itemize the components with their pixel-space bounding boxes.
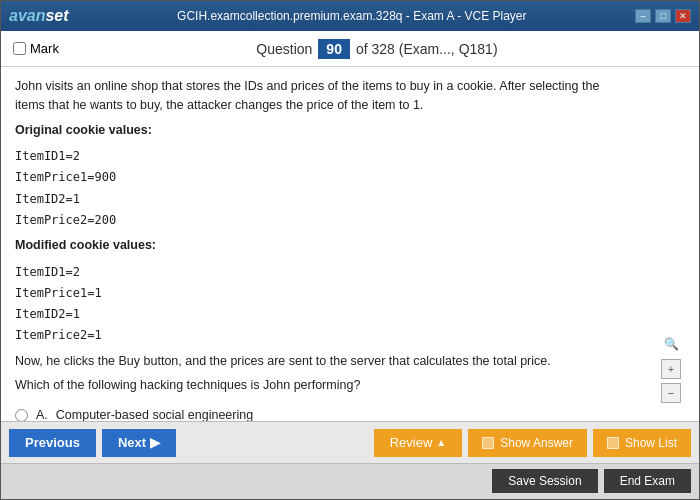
question-header: Mark Question 90 of 328 (Exam..., Q181) (1, 31, 699, 67)
next-label: Next (118, 435, 146, 450)
zoom-out-button[interactable]: − (661, 383, 681, 403)
original-val-3: ItemID2=1 (15, 190, 627, 209)
side-toolbar: 🔍 + − (657, 77, 685, 411)
review-triangle-icon: ▲ (436, 437, 446, 448)
original-val-1: ItemID1=2 (15, 147, 627, 166)
original-val-4: ItemPrice2=200 (15, 211, 627, 230)
modified-val-4: ItemPrice2=1 (15, 326, 627, 345)
follow-up-text: Now, he clicks the Buy button, and the p… (15, 352, 627, 371)
search-icon[interactable]: 🔍 (664, 337, 679, 351)
question-text: Which of the following hacking technique… (15, 376, 627, 395)
modified-val-3: ItemID2=1 (15, 305, 627, 324)
app-logo: avanset (9, 7, 69, 25)
answer-a-letter: A. (36, 408, 48, 421)
window-title: GCIH.examcollection.premium.exam.328q - … (69, 9, 635, 23)
answer-a[interactable]: A. Computer-based social engineering (15, 405, 627, 421)
show-list-button[interactable]: Show List (593, 429, 691, 457)
review-label: Review (390, 435, 433, 450)
title-bar: avanset GCIH.examcollection.premium.exam… (1, 1, 699, 31)
question-number: 90 (318, 39, 350, 59)
show-answer-icon (482, 437, 494, 449)
original-values-section: Original cookie values: ItemID1=2 ItemPr… (15, 121, 627, 231)
mark-area[interactable]: Mark (13, 41, 59, 56)
review-button[interactable]: Review ▲ (374, 429, 463, 457)
modified-val-2: ItemPrice1=1 (15, 284, 627, 303)
show-list-icon (607, 437, 619, 449)
previous-button[interactable]: Previous (9, 429, 96, 457)
bottom-toolbar: Previous Next ▶ Review ▲ Show Answer Sho… (1, 421, 699, 463)
modified-label: Modified cookie values: (15, 236, 627, 255)
original-val-2: ItemPrice1=900 (15, 168, 627, 187)
bottom-bar2: Save Session End Exam (1, 463, 699, 499)
app-window: avanset GCIH.examcollection.premium.exam… (0, 0, 700, 500)
show-list-label: Show List (625, 436, 677, 450)
answer-a-text: Computer-based social engineering (56, 408, 253, 421)
show-answer-label: Show Answer (500, 436, 573, 450)
original-label: Original cookie values: (15, 121, 627, 140)
window-controls: – □ ✕ (635, 9, 691, 23)
answers-list: A. Computer-based social engineering B. … (15, 405, 627, 421)
maximize-button[interactable]: □ (655, 9, 671, 23)
zoom-in-button[interactable]: + (661, 359, 681, 379)
show-answer-button[interactable]: Show Answer (468, 429, 587, 457)
next-arrow-icon: ▶ (150, 435, 160, 450)
close-button[interactable]: ✕ (675, 9, 691, 23)
question-intro: John visits an online shop that stores t… (15, 77, 627, 115)
save-session-button[interactable]: Save Session (492, 469, 597, 493)
question-number-area: Question 90 of 328 (Exam..., Q181) (67, 39, 687, 59)
end-exam-button[interactable]: End Exam (604, 469, 691, 493)
mark-checkbox[interactable] (13, 42, 26, 55)
modified-values-section: Modified cookie values: ItemID1=2 ItemPr… (15, 236, 627, 346)
question-label: Question (256, 41, 312, 57)
radio-a[interactable] (15, 409, 28, 422)
question-content: John visits an online shop that stores t… (15, 77, 657, 411)
modified-val-1: ItemID1=2 (15, 263, 627, 282)
minimize-button[interactable]: – (635, 9, 651, 23)
content-area: John visits an online shop that stores t… (1, 67, 699, 421)
mark-label: Mark (30, 41, 59, 56)
question-of-text: of 328 (Exam..., Q181) (356, 41, 498, 57)
next-button[interactable]: Next ▶ (102, 429, 176, 457)
